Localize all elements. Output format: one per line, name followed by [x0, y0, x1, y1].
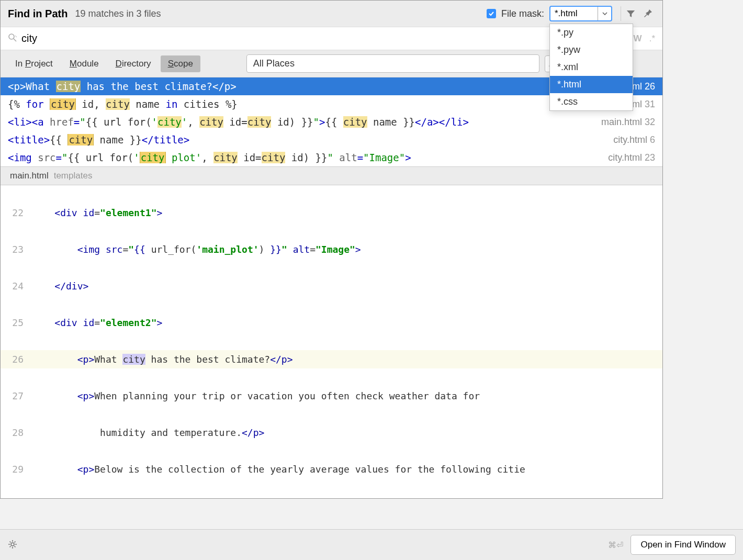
- dialog-header: Find in Path 19 matches in 3 files File …: [1, 1, 662, 27]
- dialog-title: Find in Path: [8, 8, 67, 20]
- match-count: 19 matches in 3 files: [75, 8, 161, 19]
- words-toggle[interactable]: W: [634, 33, 642, 44]
- tab-scope[interactable]: Scope: [161, 55, 200, 72]
- file-mask-input[interactable]: [550, 7, 598, 20]
- file-mask-label: File mask:: [501, 8, 544, 19]
- svg-line-1: [14, 39, 16, 41]
- regex-toggle[interactable]: .*: [649, 33, 655, 44]
- tab-module[interactable]: Module: [62, 55, 106, 72]
- filter-icon[interactable]: [621, 6, 635, 21]
- result-row[interactable]: <title>{{ city_name }}</title> city.html…: [1, 131, 662, 149]
- file-mask-combo[interactable]: *.py *.pyw *.xml *.html *.css: [549, 6, 612, 21]
- preview-header: main.html templates: [1, 166, 662, 185]
- scope-select[interactable]: All Places: [246, 54, 539, 73]
- preview-file-path: templates: [54, 171, 93, 181]
- svg-point-0: [9, 34, 14, 39]
- tab-directory[interactable]: Directory: [108, 55, 159, 72]
- file-mask-dropdown: *.py *.pyw *.xml *.html *.css: [549, 24, 633, 111]
- file-mask-dropdown-arrow[interactable]: [598, 7, 611, 20]
- search-input[interactable]: [21, 32, 570, 44]
- dropdown-item-css[interactable]: *.css: [550, 93, 633, 110]
- dropdown-item-xml[interactable]: *.xml: [550, 59, 633, 76]
- dropdown-item-py[interactable]: *.py: [550, 24, 633, 41]
- search-icon: [8, 33, 17, 44]
- result-row[interactable]: <li><a href="{{ url_for('city', city_id=…: [1, 113, 662, 131]
- preview-file-name: main.html: [10, 171, 49, 181]
- preview-editor[interactable]: 22 <div id="element1"> 23 <img src="{{ u…: [1, 185, 662, 499]
- dropdown-item-pyw[interactable]: *.pyw: [550, 41, 633, 59]
- file-mask-checkbox[interactable]: [487, 9, 496, 18]
- tab-project[interactable]: In Project: [8, 55, 60, 72]
- dropdown-item-html[interactable]: *.html: [550, 76, 633, 93]
- result-row[interactable]: <img src="{{ url_for('city_plot', city_i…: [1, 149, 662, 166]
- pin-icon[interactable]: [640, 6, 655, 21]
- scope-value: All Places: [253, 58, 295, 69]
